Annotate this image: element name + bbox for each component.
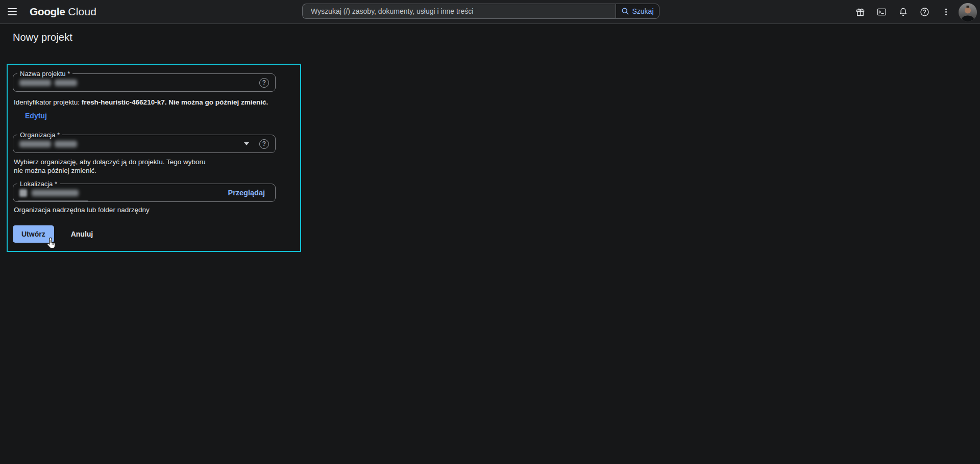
user-avatar[interactable]: [959, 3, 977, 21]
location-input-underline: [18, 200, 88, 201]
cancel-button[interactable]: Anuluj: [68, 229, 96, 239]
project-name-help-icon[interactable]: ?: [259, 78, 269, 88]
project-id-prefix: Identyfikator projektu:: [14, 98, 82, 106]
top-app-bar: Google Cloud Szukaj: [0, 0, 980, 24]
project-name-field[interactable]: Nazwa projektu * ?: [13, 73, 276, 92]
organization-label: Organizacja *: [17, 131, 62, 139]
logo-google: Google: [30, 6, 65, 18]
help-glyph: ?: [262, 140, 266, 147]
project-id-value: fresh-heuristic-466210-k7. Nie można go …: [82, 98, 268, 106]
project-id-helper: Identyfikator projektu: fresh-heuristic-…: [14, 98, 295, 106]
organization-building-icon-masked: [19, 189, 27, 197]
organization-masked-value: [19, 141, 51, 147]
header-actions: [851, 0, 977, 24]
search-button[interactable]: Szukaj: [616, 4, 659, 19]
help-icon[interactable]: [916, 4, 933, 21]
location-masked-value: [32, 190, 79, 196]
organization-help-icon[interactable]: ?: [259, 139, 269, 149]
organization-field[interactable]: Organizacja * ?: [13, 135, 276, 153]
browse-button[interactable]: Przeglądaj: [228, 189, 265, 197]
google-cloud-logo[interactable]: Google Cloud: [30, 6, 96, 18]
gift-icon[interactable]: [851, 4, 869, 21]
more-vertical-icon[interactable]: [937, 4, 954, 21]
create-button[interactable]: Utwórz: [13, 225, 54, 243]
search-button-label: Szukaj: [632, 7, 653, 15]
search-input[interactable]: [302, 4, 616, 19]
project-name-masked-value: [19, 80, 51, 86]
project-name-label: Nazwa projektu *: [17, 70, 72, 78]
cloud-shell-icon[interactable]: [873, 4, 890, 21]
search-icon: [621, 7, 629, 15]
hamburger-menu-icon[interactable]: [0, 0, 24, 24]
project-name-masked-value-2: [55, 80, 77, 86]
form-actions: Utwórz Anuluj: [13, 225, 295, 243]
location-helper: Organizacja nadrzędna lub folder nadrzęd…: [14, 206, 295, 214]
new-project-form: Nazwa projektu * ? Identyfikator projekt…: [7, 64, 301, 252]
organization-masked-value-2: [55, 141, 77, 147]
chevron-down-icon[interactable]: [244, 142, 249, 145]
logo-cloud: Cloud: [68, 6, 96, 18]
organization-helper: Wybierz organizację, aby dołączyć ją do …: [14, 158, 214, 175]
location-label: Lokalizacja *: [17, 180, 60, 188]
notifications-icon[interactable]: [894, 4, 912, 21]
edit-project-id-button[interactable]: Edytuj: [25, 112, 47, 120]
avatar-image: [959, 3, 977, 21]
search-bar: Szukaj: [302, 4, 659, 19]
page-title: Nowy projekt: [13, 32, 72, 43]
help-glyph: ?: [262, 79, 266, 86]
location-field[interactable]: Lokalizacja * Przeglądaj: [13, 184, 276, 202]
